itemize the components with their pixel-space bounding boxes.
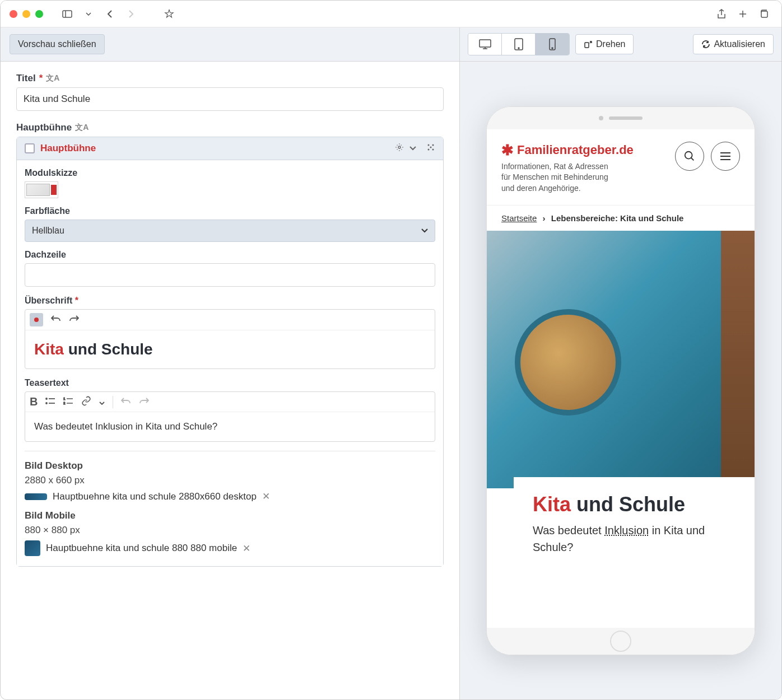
remove-image-button[interactable]: ✕ xyxy=(262,491,270,502)
translate-icon[interactable]: 文A xyxy=(46,73,59,83)
record-macro-icon[interactable] xyxy=(30,313,43,326)
forward-button[interactable] xyxy=(123,6,139,22)
select-component-checkbox[interactable] xyxy=(25,143,35,153)
image-mobile-row: Hauptbuehne kita und schule 880 880 mobi… xyxy=(25,540,435,556)
headline-preview: Kita und Schule xyxy=(34,340,426,358)
color-select[interactable]: Hellblau xyxy=(25,220,435,242)
module-sketch-label: Modulskizze xyxy=(25,168,435,178)
minimize-window-button[interactable] xyxy=(22,10,30,18)
image-mobile-dim: 880 × 880 px xyxy=(25,525,435,536)
card-header: Hauptbühne xyxy=(17,137,443,160)
color-area-label: Farbfläche xyxy=(25,206,435,216)
device-selector xyxy=(468,33,570,55)
svg-point-6 xyxy=(428,149,430,151)
phone-device-button[interactable] xyxy=(536,34,569,55)
required-indicator: * xyxy=(39,73,43,84)
hero-image xyxy=(487,231,755,488)
svg-rect-24 xyxy=(585,43,589,48)
svg-rect-17 xyxy=(480,40,491,47)
image-desktop-filename: Hauptbuehne kita und schule 2880x660 des… xyxy=(53,491,257,502)
phone-earpiece xyxy=(487,107,755,129)
svg-point-4 xyxy=(428,144,430,146)
card-title: Hauptbühne xyxy=(40,143,389,154)
link-icon[interactable] xyxy=(81,396,91,408)
hero-teaser: Was bedeutet Inklusion in Kita und Schul… xyxy=(533,522,736,556)
module-sketch-preview[interactable] xyxy=(25,181,58,198)
remove-image-button[interactable]: ✕ xyxy=(243,543,250,554)
undo-icon[interactable] xyxy=(121,397,131,407)
close-preview-button[interactable]: Vorschau schließen xyxy=(10,34,105,54)
headline-editor[interactable]: Kita und Schule xyxy=(25,309,435,369)
bold-icon[interactable]: B xyxy=(30,395,38,408)
svg-point-23 xyxy=(552,48,553,49)
image-thumbnail[interactable] xyxy=(25,493,47,500)
image-thumbnail[interactable] xyxy=(25,540,40,556)
chevron-down-icon[interactable] xyxy=(99,397,105,407)
close-window-button[interactable] xyxy=(10,10,17,18)
chevron-right-icon: › xyxy=(543,213,546,223)
title-input[interactable] xyxy=(16,87,444,111)
search-button[interactable] xyxy=(675,142,704,171)
image-desktop-label: Bild Desktop xyxy=(25,460,435,472)
image-desktop-row: Hauptbuehne kita und schule 2880x660 des… xyxy=(25,491,435,502)
rotate-button[interactable]: Drehen xyxy=(575,34,634,54)
chevron-down-icon[interactable] xyxy=(409,143,416,154)
browser-titlebar xyxy=(1,1,781,27)
phone-home-bar xyxy=(487,628,755,655)
hero-text-card: Kita und Schule Was bedeutet Inklusion i… xyxy=(514,477,755,578)
title-label: Titel * 文A xyxy=(16,73,444,84)
hero-heading: Kita und Schule xyxy=(533,493,736,516)
translate-icon[interactable]: 文A xyxy=(75,123,89,133)
breadcrumb-current: Lebensbereiche: Kita und Schule xyxy=(551,213,684,223)
svg-text:1: 1 xyxy=(63,397,66,400)
kicker-label: Dachzeile xyxy=(25,250,435,260)
svg-rect-0 xyxy=(63,11,72,17)
refresh-button[interactable]: Aktualisieren xyxy=(693,34,774,54)
svg-text:2: 2 xyxy=(63,402,66,405)
sidebar-toggle-button[interactable] xyxy=(59,6,76,22)
image-mobile-filename: Hauptbuehne kita und schule 880 880 mobi… xyxy=(46,543,237,554)
dropdown-button[interactable] xyxy=(80,6,97,22)
headline-label: Überschrift * xyxy=(25,296,435,306)
teaser-editor[interactable]: B 12 xyxy=(25,391,435,442)
brand-logo[interactable]: ✱ Familienratgeber.de xyxy=(501,142,668,159)
teaser-label: Teasertext xyxy=(25,378,435,388)
menu-button[interactable] xyxy=(711,142,740,171)
teaser-text[interactable]: Was bedeutet Inklusion in Kita und Schul… xyxy=(25,412,435,441)
hero-section: Kita und Schule Was bedeutet Inklusion i… xyxy=(487,231,755,627)
tablet-device-button[interactable] xyxy=(502,34,536,55)
preview-toolbar: Drehen Aktualisieren xyxy=(460,27,781,62)
kicker-input[interactable] xyxy=(25,263,435,287)
desktop-device-button[interactable] xyxy=(468,34,502,55)
preview-pane: Drehen Aktualisieren xyxy=(460,27,781,699)
component-card: Hauptbühne xyxy=(16,137,444,567)
favorite-button[interactable] xyxy=(161,6,178,22)
redo-icon[interactable] xyxy=(139,397,149,407)
home-button[interactable] xyxy=(610,631,631,652)
phone-screen: ✱ Familienratgeber.de Informationen, Rat… xyxy=(487,129,755,628)
svg-point-3 xyxy=(398,146,401,148)
site-header: ✱ Familienratgeber.de Informationen, Rat… xyxy=(487,129,755,206)
svg-point-9 xyxy=(46,398,47,399)
back-button[interactable] xyxy=(101,6,118,22)
tabs-overview-button[interactable] xyxy=(756,6,772,22)
gear-icon[interactable] xyxy=(395,143,404,154)
undo-icon[interactable] xyxy=(51,315,61,325)
svg-point-5 xyxy=(432,144,434,146)
numbered-list-icon[interactable]: 12 xyxy=(63,397,73,407)
new-tab-button[interactable] xyxy=(734,6,751,22)
editor-pane: Vorschau schließen Titel * 文A Hauptbühne… xyxy=(1,27,460,699)
maximize-window-button[interactable] xyxy=(35,10,43,18)
phone-frame: ✱ Familienratgeber.de Informationen, Rat… xyxy=(486,106,755,655)
share-button[interactable] xyxy=(713,6,730,22)
svg-point-21 xyxy=(518,48,519,49)
redo-icon[interactable] xyxy=(69,315,79,325)
bullet-list-icon[interactable] xyxy=(45,397,55,407)
move-icon[interactable] xyxy=(426,143,435,154)
brand-tagline: Informationen, Rat & Adressen für Mensch… xyxy=(501,161,619,194)
svg-point-8 xyxy=(430,147,432,148)
image-desktop-dim: 2880 x 660 px xyxy=(25,475,435,486)
image-mobile-label: Bild Mobile xyxy=(25,510,435,521)
breadcrumb-home[interactable]: Startseite xyxy=(501,213,537,223)
traffic-lights xyxy=(10,10,43,18)
